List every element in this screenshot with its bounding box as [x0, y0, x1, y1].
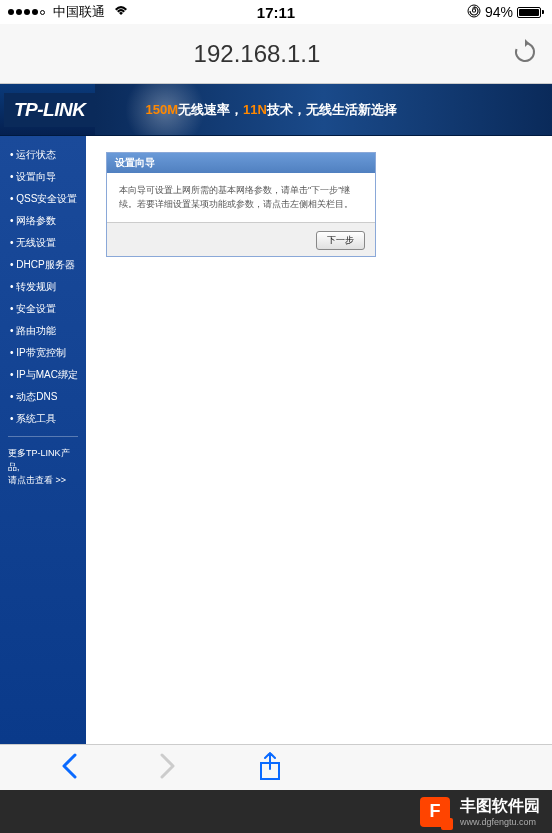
rotation-lock-icon — [467, 4, 481, 21]
next-button[interactable]: 下一步 — [316, 231, 365, 250]
sidebar-footer[interactable]: 更多TP-LINK产品, 请点击查看 >> — [0, 443, 86, 492]
url-bar[interactable]: 192.168.1.1 — [0, 24, 552, 84]
banner: 150M无线速率，11N技术，无线生活新选择 — [95, 84, 552, 135]
url-text[interactable]: 192.168.1.1 — [14, 40, 500, 68]
menu-system[interactable]: 系统工具 — [0, 408, 86, 430]
menu-dhcp[interactable]: DHCP服务器 — [0, 254, 86, 276]
status-left: 中国联通 — [8, 3, 129, 21]
signal-dots-icon — [8, 9, 45, 15]
browser-toolbar — [0, 744, 552, 790]
menu-status[interactable]: 运行状态 — [0, 144, 86, 166]
carrier-label: 中国联通 — [53, 3, 105, 21]
menu-network[interactable]: 网络参数 — [0, 210, 86, 232]
status-bar: 中国联通 17:11 94% — [0, 0, 552, 24]
tp-link-logo: TP-LINK — [4, 93, 95, 127]
router-header: TP-LINK 150M无线速率，11N技术，无线生活新选择 — [0, 84, 552, 136]
svg-rect-1 — [472, 9, 475, 12]
watermark-url: www.dgfengtu.com — [460, 817, 536, 827]
forward-button[interactable] — [159, 752, 177, 784]
menu-wizard[interactable]: 设置向导 — [0, 166, 86, 188]
panel-title: 设置向导 — [107, 153, 375, 173]
battery-pct: 94% — [485, 4, 513, 20]
wifi-icon — [113, 4, 129, 20]
watermark-text: 丰图软件园 www.dgfengtu.com — [460, 796, 540, 827]
watermark-logo-icon: F — [420, 797, 450, 827]
reload-icon[interactable] — [512, 39, 538, 69]
menu-forward[interactable]: 转发规则 — [0, 276, 86, 298]
menu-qss[interactable]: QSS安全设置 — [0, 188, 86, 210]
menu-wireless[interactable]: 无线设置 — [0, 232, 86, 254]
clock: 17:11 — [257, 4, 295, 21]
menu-ipmac[interactable]: IP与MAC绑定 — [0, 364, 86, 386]
share-button[interactable] — [258, 751, 282, 785]
panel-footer: 下一步 — [107, 222, 375, 256]
menu-ddns[interactable]: 动态DNS — [0, 386, 86, 408]
menu-security[interactable]: 安全设置 — [0, 298, 86, 320]
banner-text: 150M无线速率，11N技术，无线生活新选择 — [145, 101, 396, 119]
menu-bandwidth[interactable]: IP带宽控制 — [0, 342, 86, 364]
panel-body: 本向导可设置上网所需的基本网络参数，请单击"下一步"继续。若要详细设置某项功能或… — [107, 173, 375, 222]
status-right: 94% — [467, 4, 544, 21]
watermark-title: 丰图软件园 — [460, 796, 540, 817]
menu-routing[interactable]: 路由功能 — [0, 320, 86, 342]
sidebar-divider — [8, 436, 78, 437]
battery-icon — [517, 7, 544, 18]
watermark: F 丰图软件园 www.dgfengtu.com — [0, 790, 552, 833]
wizard-panel: 设置向导 本向导可设置上网所需的基本网络参数，请单击"下一步"继续。若要详细设置… — [106, 152, 376, 257]
sidebar: 运行状态 设置向导 QSS安全设置 网络参数 无线设置 DHCP服务器 转发规则… — [0, 136, 86, 744]
back-button[interactable] — [60, 752, 78, 784]
router-admin-page: TP-LINK 150M无线速率，11N技术，无线生活新选择 运行状态 设置向导… — [0, 84, 552, 744]
router-body: 运行状态 设置向导 QSS安全设置 网络参数 无线设置 DHCP服务器 转发规则… — [0, 136, 552, 744]
content-area: 设置向导 本向导可设置上网所需的基本网络参数，请单击"下一步"继续。若要详细设置… — [86, 136, 552, 744]
